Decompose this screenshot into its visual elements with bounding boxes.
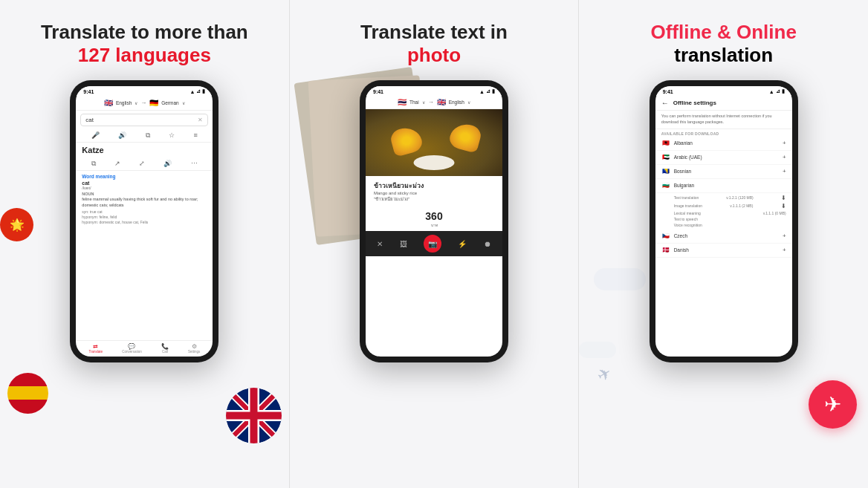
albanian-flag: 🇦🇱	[661, 139, 670, 148]
word-meaning-label: Word meaning	[82, 174, 207, 179]
download-czech-icon[interactable]: +	[783, 232, 786, 239]
nav-call[interactable]: 📞 Call	[161, 343, 169, 354]
more-icon-2[interactable]: ⋯	[191, 160, 198, 168]
share-icon[interactable]: ↗	[114, 160, 120, 168]
czech-label: Czech	[674, 233, 783, 238]
more-icon[interactable]: ≡	[193, 131, 197, 140]
cloud-decoration-2	[579, 342, 616, 358]
speaker-icon[interactable]: 🔊	[118, 131, 126, 140]
nav-settings[interactable]: ⚙ Settings	[188, 343, 200, 354]
panel-offline-online: Offline & Online translation ✈ 9:41 ▲ ⊿ …	[579, 0, 868, 488]
download-text-translation-icon[interactable]: ⬇	[781, 195, 786, 201]
nav-translate-label: Translate	[88, 350, 103, 354]
flag-german: 🇩🇪	[149, 99, 158, 107]
flash-icon[interactable]: ⚡	[458, 240, 467, 248]
main-container: Translate to more than 127 languages 🌟 9…	[0, 0, 868, 488]
camera-controls: ✕ 🖼 📷 ⚡ ⏺	[366, 231, 502, 256]
price-unit: บาท	[374, 222, 494, 228]
time-3: 9:41	[663, 89, 673, 94]
lexical-meaning-label: Lexical meaning	[674, 211, 701, 215]
synonym-entry: syn: true cat	[82, 209, 207, 214]
nav-translate[interactable]: ⇄ Translate	[88, 343, 103, 354]
language-download-item-danish[interactable]: 🇩🇰 Danish +	[655, 244, 792, 258]
status-bar-2: 9:41 ▲ ⊿ ▮	[366, 86, 502, 96]
microphone-icon[interactable]: 🎤	[91, 131, 100, 140]
download-albanian-icon[interactable]: +	[783, 140, 786, 146]
word-entry: cat	[82, 180, 207, 186]
nav-conversation-label: Conversation	[122, 350, 142, 354]
settings-nav-icon: ⚙	[188, 343, 200, 350]
search-input-1[interactable]: cat	[85, 117, 198, 123]
available-download-label: AVAILABLE FOR DOWNLOAD	[655, 129, 792, 137]
language-download-item-arabic[interactable]: 🇦🇪 Arabic (UAE) +	[655, 151, 792, 165]
airplane-small-decoration: ✈	[594, 362, 615, 386]
panel-translate-languages: Translate to more than 127 languages 🌟 9…	[0, 0, 290, 488]
record-icon[interactable]: ⏺	[484, 240, 491, 248]
uk-flag-decoration	[226, 388, 282, 443]
star-icon[interactable]: ☆	[169, 131, 175, 140]
language-download-item-czech[interactable]: 🇨🇿 Czech +	[655, 230, 792, 244]
nav-settings-label: Settings	[188, 350, 200, 354]
language-download-item-bosnian[interactable]: 🇧🇦 Bosnian +	[655, 165, 792, 179]
phone-mockup-1: 9:41 ▲ ⊿ ▮ 🇬🇧 English ∨ → 🇩🇪 German ∨	[70, 80, 218, 362]
language-download-item-bulgarian[interactable]: 🇧🇬 Bulgarian	[655, 179, 792, 193]
image-translation-version: v.1.1.1 (2 MB)	[730, 204, 753, 208]
download-danish-icon[interactable]: +	[783, 247, 786, 253]
voice-recognition-label: Voice recognition	[674, 223, 702, 227]
panel2-heading-line1: Translate text in	[360, 21, 508, 44]
pos-entry: NOUN	[82, 192, 207, 196]
text-to-speech-label: Text to speech	[674, 217, 698, 221]
text-translation-item[interactable]: Text translation v.1.2.1 (120 MB) ⬇	[674, 194, 786, 202]
swap-icon-2[interactable]: →	[428, 99, 434, 105]
camera-capture-button[interactable]: 📷	[424, 235, 441, 253]
time-1: 9:41	[83, 89, 94, 94]
camera-icon: 📷	[428, 240, 437, 248]
download-arabic-icon[interactable]: +	[783, 154, 786, 160]
panel3-heading: Offline & Online translation	[650, 21, 796, 67]
image-translation-item[interactable]: Image translation v.1.1.1 (2 MB) ⬇	[674, 202, 786, 210]
danish-flag: 🇩🇰	[661, 246, 670, 255]
expand-icon[interactable]: ⤢	[139, 160, 145, 168]
search-bar-1[interactable]: cat ✕	[80, 114, 208, 126]
china-flag-decoration: 🌟	[0, 208, 33, 241]
signal-icon-3: ▲	[769, 89, 774, 94]
bulgarian-sub-items: Text translation v.1.2.1 (120 MB) ⬇ Imag…	[655, 193, 792, 230]
panel1-heading-line2: 127 languages	[41, 44, 248, 67]
hyponym-label-2: hyponym:	[82, 220, 98, 224]
swap-languages-icon[interactable]: →	[140, 100, 146, 106]
wifi-icon-2: ⊿	[486, 88, 490, 94]
wifi-icon: ⊿	[196, 88, 201, 94]
copy-icon[interactable]: ⧉	[146, 131, 150, 140]
download-bosnian-icon[interactable]: +	[783, 168, 786, 175]
word-meaning-section: Word meaning cat /kæt/ NOUN feline mamma…	[76, 171, 213, 340]
copy-icon-2[interactable]: ⧉	[91, 160, 96, 168]
phone-screen-1: 9:41 ▲ ⊿ ▮ 🇬🇧 English ∨ → 🇩🇪 German ∨	[76, 86, 213, 357]
language-selector-2[interactable]: 🇹🇭 Thai ∨ → 🇬🇧 English ∨	[366, 96, 502, 109]
chevron-to-2: ∨	[467, 100, 470, 105]
download-image-translation-icon[interactable]: ⬇	[781, 203, 786, 209]
speaker-icon-2[interactable]: 🔊	[163, 160, 172, 168]
language-selector-1[interactable]: 🇬🇧 English ∨ → 🇩🇪 German ∨	[76, 96, 213, 111]
battery-icon-3: ▮	[782, 88, 785, 94]
lang-to-2: English	[449, 100, 464, 105]
conversation-nav-icon: 💬	[122, 343, 142, 350]
airplane-offline-button[interactable]: ✈	[809, 380, 857, 429]
panel1-heading: Translate to more than 127 languages	[41, 21, 248, 67]
phonetic-entry: /kæt/	[82, 186, 207, 190]
price-box: 360 บาท	[370, 209, 498, 230]
language-download-item-albanian[interactable]: 🇦🇱 Albanian +	[655, 137, 792, 151]
syn-label: syn:	[82, 209, 88, 214]
phone-mockup-3: 9:41 ▲ ⊿ ▮ ← Offline settings You can pe…	[650, 80, 798, 362]
food-image	[366, 109, 502, 176]
close-cam-icon[interactable]: ✕	[377, 240, 383, 248]
gallery-icon[interactable]: 🖼	[400, 240, 407, 248]
thai-original-text: ข้าวเหนียวมะม่วง	[374, 180, 494, 191]
hyponym-val-1: feline, felid	[99, 215, 117, 219]
spain-flag-decoration	[7, 373, 48, 414]
lexical-meaning-item[interactable]: Lexical meaning v.1.1.1 (0 MB)	[674, 210, 786, 216]
clear-search-icon[interactable]: ✕	[198, 117, 203, 123]
status-icons-2: ▲ ⊿ ▮	[479, 88, 495, 94]
definition-entry: feline mammal usually having thick soft …	[82, 197, 207, 208]
nav-conversation[interactable]: 💬 Conversation	[122, 343, 142, 354]
back-arrow-icon[interactable]: ←	[661, 99, 669, 107]
